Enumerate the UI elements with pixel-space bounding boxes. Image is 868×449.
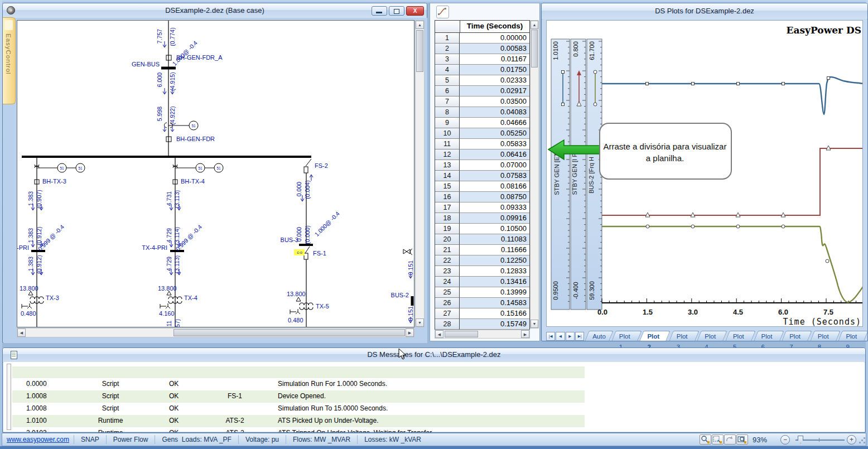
ss-scroll-down-button[interactable]: ▼ <box>531 320 538 328</box>
spreadsheet-hscrollbar[interactable]: ◀ ▶ <box>435 330 530 339</box>
spreadsheet-row[interactable]: 30.01167 <box>435 54 529 65</box>
row-number-cell[interactable]: 11 <box>435 139 460 149</box>
diagram-vscrollbar[interactable]: ▲ ▼ <box>415 20 425 327</box>
spreadsheet-row[interactable]: 200.11083 <box>435 234 529 245</box>
row-number-cell[interactable]: 4 <box>435 65 460 75</box>
spreadsheet-row[interactable]: 190.10500 <box>435 224 529 234</box>
spreadsheet-row[interactable]: 70.03500 <box>435 96 529 107</box>
spreadsheet-row[interactable]: 240.13416 <box>435 277 529 287</box>
spreadsheet-row[interactable]: 220.12250 <box>435 255 529 266</box>
scroll-down-button[interactable]: ▼ <box>416 318 424 327</box>
row-number-cell[interactable]: 14 <box>435 171 460 181</box>
row-number-cell[interactable]: 21 <box>435 245 460 255</box>
ss-scroll-right-button[interactable]: ▶ <box>521 330 529 338</box>
spreadsheet-row[interactable]: 130.07000 <box>435 160 529 171</box>
time-value-cell[interactable]: 0.09333 <box>460 202 529 213</box>
row-number-cell[interactable]: 6 <box>435 86 460 96</box>
row-number-cell[interactable]: 5 <box>435 75 460 86</box>
message-row[interactable]: 0.0000ScriptOKSimulation Run For 1.0000 … <box>12 378 585 390</box>
spreadsheet-row[interactable]: 250.13999 <box>435 287 529 298</box>
plot-edit-button[interactable] <box>436 6 449 18</box>
time-value-cell[interactable]: 0.11083 <box>460 234 529 245</box>
last-plot-button[interactable]: ▶| <box>575 332 584 341</box>
spreadsheet-row[interactable]: 100.05250 <box>435 128 529 139</box>
row-number-cell[interactable]: 18 <box>435 213 460 224</box>
message-row[interactable]: 2.0103RuntimeOKATS-2ATS Tripped On Under… <box>12 427 585 432</box>
time-value-cell[interactable]: 0.14583 <box>460 298 529 308</box>
time-value-cell[interactable]: 0.08750 <box>460 192 529 202</box>
scroll-left-button[interactable]: ◀ <box>17 329 26 337</box>
spreadsheet-row[interactable]: 260.14583 <box>435 298 529 308</box>
row-number-cell[interactable]: 15 <box>435 181 460 192</box>
spreadsheet-row[interactable]: 90.04666 <box>435 118 529 128</box>
spreadsheet-row[interactable]: 140.07583 <box>435 171 529 181</box>
message-row[interactable]: 1.0008ScriptOKSimulation Run To 15.0000 … <box>12 403 585 415</box>
zoom-window-button[interactable] <box>712 434 724 445</box>
time-value-cell[interactable]: 0.15166 <box>460 308 529 319</box>
spreadsheet-row[interactable]: 40.01750 <box>435 65 529 75</box>
easypower-link[interactable]: www.easypower.com <box>2 436 74 443</box>
time-value-cell[interactable]: 0.13999 <box>460 287 529 298</box>
prev-plot-button[interactable]: ◀ <box>556 332 565 341</box>
row-number-cell[interactable]: 13 <box>435 160 460 171</box>
row-number-cell[interactable]: 2 <box>435 44 460 54</box>
time-value-cell[interactable]: 0.05833 <box>460 139 529 149</box>
time-value-cell[interactable]: 0.12833 <box>460 266 529 277</box>
time-value-cell[interactable]: 0.09916 <box>460 213 529 224</box>
spreadsheet-row[interactable]: 270.15166 <box>435 308 529 319</box>
row-number-cell[interactable]: 10 <box>435 128 460 139</box>
vscroll-thumb[interactable] <box>416 30 423 72</box>
tab-plot-9[interactable]: Plot 9 <box>840 331 866 341</box>
ss-scroll-left-button[interactable]: ◀ <box>435 330 443 338</box>
resize-grip-icon[interactable] <box>859 437 866 444</box>
restore-button[interactable] <box>389 6 404 16</box>
tab-plot-8[interactable]: Plot 8 <box>812 331 838 341</box>
row-number-cell[interactable]: 16 <box>435 192 460 202</box>
first-plot-button[interactable]: |◀ <box>546 332 555 341</box>
ss-hscroll-thumb[interactable] <box>445 331 478 337</box>
row-number-cell[interactable]: 3 <box>435 54 460 65</box>
row-number-header[interactable] <box>435 21 460 32</box>
tab-auto[interactable]: Auto <box>587 331 611 341</box>
row-number-cell[interactable]: 19 <box>435 224 460 234</box>
hscroll-thumb[interactable] <box>173 329 405 336</box>
time-value-cell[interactable]: 0.07583 <box>460 171 529 181</box>
time-column-header[interactable]: Time (Seconds) <box>460 21 529 32</box>
spreadsheet-row[interactable]: 10.00000 <box>435 33 529 44</box>
tab-plot-7[interactable]: Plot 7 <box>784 331 810 341</box>
time-value-cell[interactable]: 0.00000 <box>460 33 529 44</box>
time-value-cell[interactable]: 0.15749 <box>460 319 529 330</box>
time-value-cell[interactable]: 0.11666 <box>460 245 529 255</box>
next-plot-button[interactable]: ▶ <box>566 332 575 341</box>
time-value-cell[interactable]: 0.00583 <box>460 44 529 54</box>
oneline-canvas[interactable]: 7.757 (0.774) 1.000@ -0.4 6.000 (4.915) … <box>17 20 414 327</box>
spreadsheet-row[interactable]: 210.11666 <box>435 245 529 255</box>
zoom-out-button[interactable]: − <box>780 435 790 445</box>
messages-titlebar[interactable]: DS Messages for C:\...\DSExample-2.dez <box>3 348 865 363</box>
row-number-cell[interactable]: 9 <box>435 118 460 128</box>
tab-plot-2[interactable]: Plot 2 <box>642 331 668 341</box>
zoom-slider-thumb[interactable] <box>798 436 803 443</box>
row-number-cell[interactable]: 8 <box>435 107 460 118</box>
time-value-cell[interactable]: 0.02917 <box>460 86 529 96</box>
row-number-cell[interactable]: 1 <box>435 33 460 44</box>
time-value-cell[interactable]: 0.04666 <box>460 118 529 128</box>
spreadsheet-row[interactable]: 60.02917 <box>435 86 529 96</box>
ss-scroll-up-button[interactable]: ▲ <box>531 21 538 29</box>
time-value-cell[interactable]: 0.03500 <box>460 96 529 107</box>
time-value-cell[interactable]: 0.08166 <box>460 181 529 192</box>
ss-vscroll-thumb[interactable] <box>531 30 538 67</box>
row-number-cell[interactable]: 20 <box>435 234 460 245</box>
spreadsheet-row[interactable]: 180.09916 <box>435 213 529 224</box>
diagram-hscrollbar[interactable]: ◀ ▶ <box>17 328 414 337</box>
message-row[interactable]: 1.0008ScriptOKFS-1Device Opened. <box>12 390 585 403</box>
tab-plot-5[interactable]: Plot 5 <box>727 331 754 341</box>
row-number-cell[interactable]: 22 <box>435 255 460 266</box>
time-value-cell[interactable]: 0.01167 <box>460 54 529 65</box>
spreadsheet-row[interactable]: 120.06416 <box>435 149 529 160</box>
time-value-cell[interactable]: 0.10500 <box>460 224 529 234</box>
time-value-cell[interactable]: 0.13416 <box>460 277 529 287</box>
plots-titlebar[interactable]: DS Plots for DSExample-2.dez <box>542 3 867 20</box>
time-value-cell[interactable]: 0.01750 <box>460 65 529 75</box>
time-value-cell[interactable]: 0.06416 <box>460 149 529 160</box>
